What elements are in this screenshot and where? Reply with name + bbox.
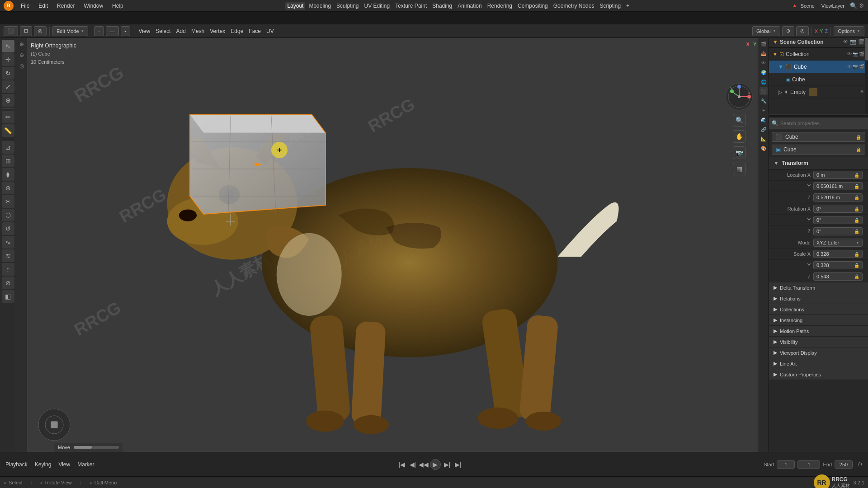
menu-render[interactable]: Render	[55, 2, 76, 10]
search-icon[interactable]: 🔍	[850, 2, 857, 9]
camera-gizmo-btn[interactable]: 📷	[733, 146, 745, 159]
bevel-tool-btn[interactable]: ⧫	[2, 168, 14, 181]
slide-relax-btn[interactable]: ≋	[2, 249, 14, 262]
annotate-tool-btn[interactable]: ✏	[2, 111, 14, 123]
mode-selector[interactable]: Edit Mode ▼	[52, 26, 88, 36]
outliner-render-icon[interactable]: 🎬	[858, 39, 864, 45]
snap-btn[interactable]: ⊕	[782, 26, 794, 36]
tab-uv-editing[interactable]: UV Editing	[362, 2, 392, 10]
outliner-collection-item[interactable]: ▼ ⊡ Collection 👁 📷 🎬	[769, 48, 868, 61]
z-constraint[interactable]: Z	[825, 28, 828, 34]
x-constraint[interactable]: X	[815, 28, 818, 34]
rot-mode-select[interactable]: XYZ Euler ▼	[813, 239, 863, 247]
face-select-mode[interactable]: ▪	[121, 26, 131, 36]
tab-rendering[interactable]: Rendering	[486, 2, 514, 10]
rot-z-input[interactable]: 0° 🔒	[813, 227, 863, 235]
header-mesh[interactable]: Mesh	[189, 27, 206, 35]
scale-x-lock[interactable]: 🔒	[854, 252, 859, 257]
world-icon[interactable]: 🌐	[760, 78, 768, 86]
mini-btn-3[interactable]: ◎	[18, 62, 25, 70]
props-search-input[interactable]	[780, 121, 865, 126]
scale-tool-btn[interactable]: ⤢	[2, 80, 14, 93]
cube-vis-eye[interactable]: 👁	[847, 64, 852, 69]
overlay-btn[interactable]: ⊞	[20, 26, 32, 36]
rot-z-lock[interactable]: 🔒	[854, 229, 859, 234]
visibility-section[interactable]: ▶ Visibility	[769, 337, 868, 347]
relations-section[interactable]: ▶ Relations	[769, 293, 868, 304]
tab-modeling[interactable]: Modeling	[307, 2, 333, 10]
menu-window[interactable]: Window	[82, 2, 105, 10]
collections-section[interactable]: ▶ Collections	[769, 304, 868, 315]
col-vis-render[interactable]: 🎬	[859, 52, 864, 56]
scale-y-lock[interactable]: 🔒	[854, 263, 859, 268]
current-frame-input[interactable]: 1	[797, 460, 820, 469]
viewport[interactable]: RRCG 人人素材 RRCG 人人素材 RRCG 人人素材 RRCG	[27, 38, 769, 452]
edge-select-mode[interactable]: —	[106, 26, 119, 36]
cube-vis-render[interactable]: 🎬	[859, 64, 864, 69]
mesh-select-mode[interactable]: ·	[94, 26, 104, 36]
material-icon[interactable]: 🎨	[760, 144, 768, 152]
outliner-cube-data[interactable]: ▣ Cube	[769, 73, 868, 86]
loc-y-lock[interactable]: 🔒	[854, 184, 859, 189]
loc-x-input[interactable]: 0 m 🔒	[813, 171, 863, 179]
xray-btn[interactable]: ◎	[34, 26, 47, 36]
outliner-cube-selected[interactable]: ▼ ⬛ Cube 👁 📷 🎬	[769, 61, 868, 73]
measure-tool-btn[interactable]: 📏	[2, 124, 14, 137]
rotate-tool-btn[interactable]: ↻	[2, 67, 14, 80]
delta-transform-section[interactable]: ▶ Delta Transform	[769, 282, 868, 293]
fps-btn[interactable]: ⏱	[855, 460, 864, 469]
tab-layout[interactable]: Layout	[285, 2, 305, 10]
tl-marker-menu[interactable]: Marker	[75, 460, 96, 469]
play-btn[interactable]: ▶	[430, 459, 441, 470]
outliner-empty-item[interactable]: ▷ ✦ Empty 👁	[769, 86, 868, 99]
render-props-icon[interactable]: 🎬	[760, 40, 768, 48]
instancing-section[interactable]: ▶ Instancing	[769, 315, 868, 326]
scale-y-input[interactable]: 0.328 🔒	[813, 261, 863, 269]
prev-keyframe-btn[interactable]: |◀	[397, 460, 406, 469]
tab-animation[interactable]: Animation	[456, 2, 483, 10]
object-icon[interactable]: ⬛	[760, 87, 768, 95]
data-name-field[interactable]: ▣ Cube 🔒	[772, 145, 865, 155]
viewport-display-btn[interactable]: ⬛	[4, 26, 18, 36]
scale-z-lock[interactable]: 🔒	[854, 274, 859, 279]
header-select[interactable]: Select	[154, 27, 172, 35]
loop-cut-btn[interactable]: ⊕	[2, 182, 14, 194]
tl-keying-menu[interactable]: Keying	[33, 460, 53, 469]
scene-icon[interactable]: 🌍	[760, 68, 768, 76]
outliner-cam-icon[interactable]: 📷	[850, 39, 856, 45]
tab-shading[interactable]: Shading	[430, 2, 454, 10]
output-props-icon[interactable]: 📤	[760, 49, 768, 57]
shear-btn[interactable]: ⊘	[2, 277, 14, 289]
knife-tool-btn[interactable]: ✂	[2, 195, 14, 208]
loc-z-lock[interactable]: 🔒	[854, 195, 859, 200]
col-vis-eye[interactable]: 👁	[847, 52, 852, 56]
scale-z-input[interactable]: 0.543 🔒	[813, 272, 863, 281]
y-constraint[interactable]: Y	[820, 28, 823, 34]
header-edge[interactable]: Edge	[229, 27, 245, 35]
poly-build-btn[interactable]: ⬡	[2, 209, 14, 221]
transform-section-header[interactable]: ▼ Transform	[769, 157, 868, 169]
tl-playback-menu[interactable]: Playback	[4, 460, 29, 469]
physics-icon[interactable]: 🌊	[760, 116, 768, 124]
header-view[interactable]: View	[137, 27, 152, 35]
tab-compositing[interactable]: Compositing	[516, 2, 550, 10]
header-vertex[interactable]: Vertex	[208, 27, 227, 35]
loc-y-input[interactable]: 0.060161 m 🔒	[813, 182, 863, 190]
menu-file[interactable]: File	[19, 2, 31, 10]
data-icon[interactable]: 📐	[760, 135, 768, 143]
jump-end-btn[interactable]: ▶|	[443, 460, 452, 469]
scale-x-input[interactable]: 0.328 🔒	[813, 250, 863, 258]
tab-sculpting[interactable]: Sculpting	[335, 2, 360, 10]
inset-tool-btn[interactable]: ⊞	[2, 155, 14, 167]
header-face[interactable]: Face	[247, 27, 263, 35]
scene-label[interactable]: Scene	[801, 3, 815, 9]
tl-view-menu[interactable]: View	[57, 460, 72, 469]
grid-gizmo-btn[interactable]: ▦	[733, 163, 745, 175]
rot-x-input[interactable]: 0° 🔒	[813, 205, 863, 213]
next-keyframe-btn[interactable]: ▶|	[453, 460, 462, 469]
move-tool-btn[interactable]: ✛	[2, 53, 14, 66]
loc-z-input[interactable]: 0.52018 m 🔒	[813, 193, 863, 202]
transform-space[interactable]: Global ▼	[752, 26, 780, 36]
rot-x-lock[interactable]: 🔒	[854, 206, 859, 211]
custom-props-section[interactable]: ▶ Custom Properties	[769, 369, 868, 380]
